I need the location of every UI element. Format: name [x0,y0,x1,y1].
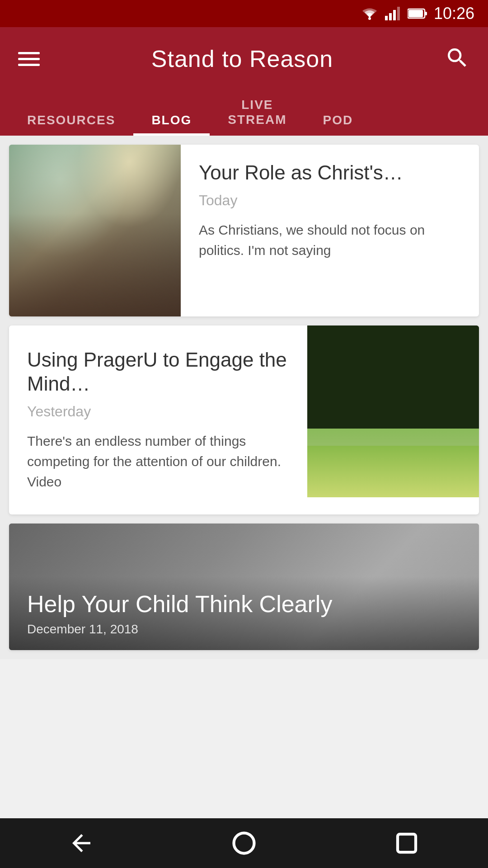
svg-rect-2 [389,13,392,20]
blog-post-2-excerpt: There's an endless number of things comp… [27,431,289,492]
navigation-tabs: RESOURCES BLOG LIVESTREAM POD [0,90,488,136]
blog-post-3-date: December 11, 2018 [27,622,461,637]
app-header: Stand to Reason [0,27,488,90]
tab-podcast[interactable]: POD [305,90,371,136]
home-button[interactable] [230,830,258,857]
content-area: Your Role as Christ's… Today As Christia… [0,136,488,659]
blog-post-1-excerpt: As Christians, we should not focus on po… [199,220,461,260]
svg-rect-4 [397,7,400,20]
forest-image [307,326,479,497]
svg-rect-3 [393,10,396,20]
svg-point-8 [234,833,254,854]
blog-post-3[interactable]: Help Your Child Think Clearly December 1… [9,524,479,650]
blog-post-1-body: Your Role as Christ's… Today As Christia… [181,145,479,316]
blog-post-1-title: Your Role as Christ's… [199,161,461,185]
status-bar: 10:26 [0,0,488,27]
blog-post-2-body: Using PragerU to Engage the Mind… Yester… [9,326,307,514]
blog-post-1[interactable]: Your Role as Christ's… Today As Christia… [9,145,479,316]
prayer-image [9,145,181,316]
svg-point-0 [368,17,371,20]
svg-rect-7 [408,10,423,17]
blog-post-2[interactable]: Using PragerU to Engage the Mind… Yester… [9,326,479,514]
battery-icon [408,8,427,19]
blog-post-2-image [307,326,479,497]
tab-livestream[interactable]: LIVESTREAM [210,90,305,136]
svg-rect-9 [398,834,416,852]
svg-rect-1 [385,16,388,20]
blog-post-1-image [9,145,181,316]
wifi-icon [361,7,379,20]
blog-post-3-overlay: Help Your Child Think Clearly December 1… [9,576,479,650]
recents-button[interactable] [393,830,420,857]
app-title: Stand to Reason [151,45,333,72]
back-button[interactable] [68,830,95,857]
svg-rect-6 [425,12,427,15]
blog-post-2-date: Yesterday [27,403,289,420]
tab-resources[interactable]: RESOURCES [9,90,133,136]
search-button[interactable] [445,45,470,72]
status-time: 10:26 [434,4,474,23]
tab-blog[interactable]: BLOG [133,90,210,136]
blog-post-2-title: Using PragerU to Engage the Mind… [27,348,289,396]
menu-button[interactable] [18,52,40,66]
status-icons: 10:26 [361,4,474,23]
blog-post-3-title: Help Your Child Think Clearly [27,590,461,618]
signal-icon [385,7,401,20]
navigation-bar [0,818,488,868]
blog-post-1-date: Today [199,192,461,209]
